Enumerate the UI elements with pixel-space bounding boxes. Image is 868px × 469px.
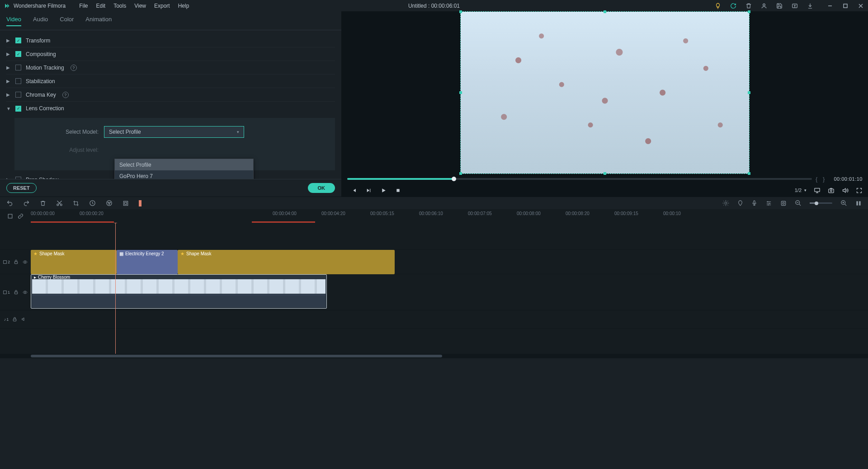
tab-video[interactable]: Video: [6, 16, 21, 26]
resize-handle[interactable]: [459, 10, 462, 13]
dropdown-option[interactable]: GoPro Hero 7: [115, 170, 253, 179]
voiceover-icon[interactable]: [751, 200, 757, 206]
track-lane-a1[interactable]: [31, 310, 868, 328]
clip-shape-mask-1[interactable]: ★Shape Mask: [31, 250, 117, 274]
checkbox-compositing[interactable]: ✓: [15, 51, 21, 57]
lock-icon[interactable]: [14, 259, 19, 264]
crop-icon[interactable]: [73, 200, 79, 206]
zoom-in-icon[interactable]: [840, 200, 847, 206]
volume-icon[interactable]: [842, 187, 849, 194]
help-icon[interactable]: ?: [62, 92, 69, 98]
zoom-out-icon[interactable]: [795, 200, 802, 206]
label-transform: Transform: [26, 38, 50, 44]
clip-cherry-blossom[interactable]: ▸Cherry Blossom: [31, 274, 327, 309]
eye-icon[interactable]: [22, 290, 28, 295]
menu-tools[interactable]: Tools: [113, 3, 126, 9]
display-icon[interactable]: [814, 187, 821, 194]
lightbulb-icon[interactable]: [714, 2, 722, 9]
close-icon[interactable]: [857, 2, 864, 9]
green-screen-icon[interactable]: [123, 200, 129, 206]
timeline-ruler[interactable]: 00:00:00:00 00:00:00:20 00:00:04:00 00:0…: [31, 209, 868, 223]
tab-animation[interactable]: Animation: [85, 16, 112, 26]
fullscreen-icon[interactable]: [856, 187, 863, 194]
resize-handle[interactable]: [748, 10, 750, 13]
menu-help[interactable]: Help: [178, 3, 189, 9]
prop-stabilization[interactable]: ▶ Stabilization: [6, 75, 335, 88]
refresh-icon[interactable]: [730, 2, 737, 9]
eye-icon[interactable]: [22, 260, 28, 264]
record-icon[interactable]: [139, 200, 142, 206]
checkbox-chroma-key[interactable]: [15, 92, 21, 98]
zoom-slider[interactable]: [810, 202, 832, 204]
checkbox-transform[interactable]: ✓: [15, 38, 21, 43]
trash-icon[interactable]: [745, 2, 752, 9]
track-lane-2[interactable]: ★Shape Mask ▦Electricity Energy 2 ★Shape…: [31, 250, 868, 274]
prop-motion-tracking[interactable]: ▶ Motion Tracking ?: [6, 61, 335, 75]
menu-edit[interactable]: Edit: [96, 3, 106, 9]
dropdown-option[interactable]: Select Profile: [115, 159, 253, 170]
export-icon[interactable]: [791, 2, 798, 9]
user-icon[interactable]: [760, 2, 768, 9]
tab-color[interactable]: Color: [60, 16, 74, 26]
bracket-icons[interactable]: { }: [816, 176, 826, 183]
mixer-icon[interactable]: [722, 200, 729, 206]
preview-scale-select[interactable]: 1/2 ▾: [795, 188, 807, 193]
lock-icon[interactable]: [12, 317, 17, 322]
lock-icon[interactable]: [14, 290, 19, 295]
save-icon[interactable]: [776, 2, 783, 9]
preview-frame[interactable]: [460, 11, 750, 174]
download-icon[interactable]: [807, 2, 814, 9]
redo-icon[interactable]: [23, 200, 30, 206]
scrubber-track[interactable]: [347, 178, 812, 180]
timeline-scrollbar[interactable]: [0, 354, 868, 358]
speed-icon[interactable]: [89, 200, 96, 206]
clip-shape-mask-2[interactable]: ★Shape Mask: [178, 250, 395, 274]
cut-icon[interactable]: [56, 200, 63, 206]
checkbox-drop-shadow[interactable]: [15, 177, 21, 179]
playhead[interactable]: [115, 223, 116, 354]
speaker-icon[interactable]: [21, 317, 27, 322]
scrubber-thumb[interactable]: [452, 177, 456, 181]
link-icon[interactable]: [18, 213, 24, 219]
prop-compositing[interactable]: ▶ ✓ Compositing: [6, 47, 335, 61]
menu-view[interactable]: View: [134, 3, 146, 9]
minimize-icon[interactable]: [826, 2, 834, 9]
prev-frame-icon[interactable]: [351, 188, 357, 193]
prop-transform[interactable]: ▶ ✓ Transform: [6, 34, 335, 47]
play-icon[interactable]: [381, 188, 387, 193]
menu-file[interactable]: File: [79, 3, 88, 9]
tab-audio[interactable]: Audio: [33, 16, 48, 26]
marker-icon[interactable]: [737, 200, 743, 206]
undo-icon[interactable]: [6, 200, 13, 206]
snap-icon[interactable]: [7, 213, 13, 219]
ruler-mark: 00:00:06:10: [419, 211, 443, 216]
checkbox-stabilization[interactable]: [15, 78, 21, 84]
resize-handle[interactable]: [604, 172, 606, 175]
track-lane-v1[interactable]: ▸Cherry Blossom: [31, 274, 868, 310]
color-icon[interactable]: [106, 200, 113, 206]
checkbox-motion-tracking[interactable]: [15, 65, 21, 70]
ok-button[interactable]: OK: [308, 183, 335, 193]
play-step-icon[interactable]: [366, 188, 372, 193]
resize-handle[interactable]: [748, 172, 750, 175]
resize-handle[interactable]: [459, 91, 462, 94]
scrollbar-thumb[interactable]: [31, 355, 442, 357]
adjust-icon[interactable]: [765, 200, 772, 206]
resize-handle[interactable]: [459, 172, 462, 175]
prop-lens-correction[interactable]: ▼ ✓ Lens Correction: [6, 102, 335, 115]
prop-chroma-key[interactable]: ▶ Chroma Key ?: [6, 88, 335, 102]
clip-electricity[interactable]: ▦Electricity Energy 2: [117, 250, 178, 274]
select-model-dropdown[interactable]: Select Profile ▾: [104, 126, 244, 138]
stop-icon[interactable]: [396, 188, 401, 193]
fit-icon[interactable]: [855, 200, 862, 207]
help-icon[interactable]: ?: [71, 65, 77, 71]
resize-handle[interactable]: [604, 10, 606, 13]
keyframe-icon[interactable]: [780, 200, 787, 206]
checkbox-lens-correction[interactable]: ✓: [15, 106, 21, 112]
snapshot-icon[interactable]: [828, 187, 835, 194]
delete-icon[interactable]: [40, 200, 46, 206]
reset-button[interactable]: RESET: [6, 183, 37, 193]
menu-export[interactable]: Export: [154, 3, 170, 9]
resize-handle[interactable]: [748, 91, 750, 94]
maximize-icon[interactable]: [842, 2, 849, 9]
